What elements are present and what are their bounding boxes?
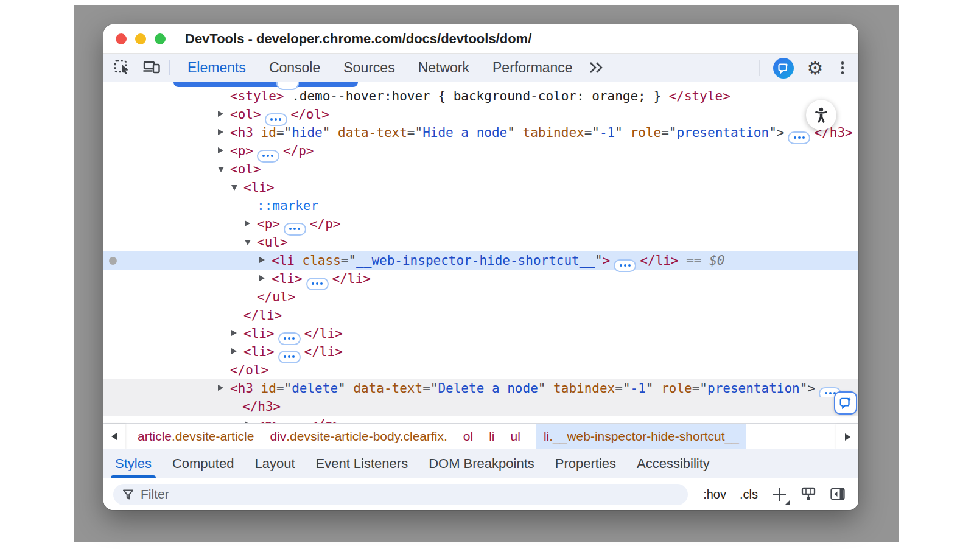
minimize-window-button[interactable]	[135, 33, 146, 44]
dom-tree-row[interactable]: <p></p>	[103, 215, 858, 233]
token-tag: </p>	[283, 144, 314, 158]
token-tag: </ul>	[257, 290, 295, 304]
expand-arrow-icon[interactable]	[231, 348, 237, 354]
zoom-window-button[interactable]	[155, 33, 166, 44]
gear-icon: ⚙	[807, 59, 824, 77]
dom-tree-row[interactable]: ::marker	[103, 197, 858, 215]
collapse-arrow-icon[interactable]	[218, 167, 224, 172]
token-tag: </li>	[304, 326, 343, 341]
breadcrumb-tag: article	[138, 429, 172, 444]
collapse-arrow-icon[interactable]	[245, 240, 251, 245]
token-punct: ">	[769, 125, 784, 140]
token-punct: ="	[584, 125, 600, 140]
accessibility-person-icon	[813, 107, 830, 124]
ai-assistant-button[interactable]	[773, 58, 794, 79]
dom-tree-row[interactable]: </ol>	[103, 361, 858, 379]
device-toolbar-button[interactable]	[141, 57, 162, 78]
styles-filter-bar: :hov .cls	[103, 478, 858, 510]
breadcrumb-item[interactable]: article.devsite-article	[138, 424, 254, 449]
toggle-element-state-button[interactable]: :hov	[703, 488, 726, 502]
styles-filter-input[interactable]	[141, 487, 652, 502]
toolbar-tab-sources[interactable]: Sources	[332, 54, 406, 82]
settings-button[interactable]: ⚙	[805, 58, 825, 79]
styles-tab-accessibility[interactable]: Accessibility	[626, 449, 720, 478]
token-punct: "	[646, 381, 654, 396]
dom-tree-row[interactable]: <h3 id="hide" data-text="Hide a node" ta…	[103, 124, 858, 142]
token-attr: tabindex	[545, 381, 615, 396]
breadcrumb-item[interactable]: li.__web-inspector-hide-shortcut__	[536, 424, 746, 449]
breadcrumb-scroll-left-button[interactable]	[103, 424, 125, 449]
expand-arrow-icon[interactable]	[218, 129, 223, 135]
token-tag: </style>	[669, 89, 730, 103]
dom-tree-row[interactable]: <li></li>	[103, 324, 858, 343]
breadcrumb-scroll-right-button[interactable]	[836, 424, 858, 449]
breadcrumb-item[interactable]: li	[489, 424, 494, 449]
toolbar-separator	[759, 60, 760, 76]
inspect-element-button[interactable]	[112, 57, 133, 78]
styles-tab-computed[interactable]: Computed	[162, 449, 245, 478]
new-style-rule-button[interactable]	[771, 486, 787, 502]
dom-tree-row[interactable]: <ol></ol>	[103, 105, 858, 124]
filter-input-wrap[interactable]	[113, 484, 688, 505]
dom-tree-row[interactable]: <li></li>	[103, 270, 858, 288]
styles-tab-layout[interactable]: Layout	[244, 449, 305, 478]
dom-tree-row[interactable]: <ol>	[103, 160, 858, 178]
styles-tab-styles[interactable]: Styles	[105, 449, 162, 478]
token-punct: "	[615, 125, 623, 140]
styles-tab-properties[interactable]: Properties	[545, 449, 626, 478]
chevron-double-right-icon	[588, 61, 604, 74]
titlebar: DevTools - developer.chrome.com/docs/dev…	[103, 24, 858, 54]
expand-arrow-icon[interactable]	[259, 275, 265, 281]
token-punct: ="	[276, 125, 292, 140]
expand-arrow-icon[interactable]	[259, 257, 265, 263]
breadcrumb-item[interactable]: div.devsite-article-body.clearfix.	[270, 424, 447, 449]
expand-arrow-icon[interactable]	[218, 111, 223, 117]
dom-tree-row[interactable]: </li>	[103, 306, 858, 324]
token-tag: >	[603, 253, 611, 268]
token-punct: ="	[692, 381, 707, 396]
more-options-button[interactable]	[836, 58, 849, 79]
token-val: -1	[600, 125, 615, 140]
collapse-arrow-icon[interactable]	[231, 185, 237, 191]
breadcrumb-item[interactable]: ul	[511, 424, 520, 449]
element-classes-button[interactable]: .cls	[740, 488, 758, 502]
token-attr: id	[253, 125, 276, 140]
styles-tab-dom-breakpoints[interactable]: DOM Breakpoints	[418, 449, 545, 478]
ai-hint-button[interactable]	[834, 391, 857, 415]
dom-tree-row[interactable]: <ul>	[103, 233, 858, 251]
token-dollar: $0	[709, 253, 724, 268]
dom-tree-row[interactable]: <p></p>	[103, 416, 858, 423]
toolbar-tab-network[interactable]: Network	[407, 54, 481, 82]
dom-tree-row[interactable]: <li class="__web-inspector-hide-shortcut…	[103, 251, 858, 270]
expand-arrow-icon[interactable]	[245, 220, 250, 226]
token-tag: <li>	[244, 180, 275, 195]
more-tabs-button[interactable]	[586, 57, 606, 78]
dom-tree-row[interactable]: <h3 id="delete" data-text="Delete a node…	[103, 379, 858, 397]
toolbar-tab-console[interactable]: Console	[258, 54, 332, 82]
accessibility-widget-button[interactable]	[806, 100, 836, 130]
rendering-emulations-button[interactable]	[801, 486, 816, 502]
toolbar-tab-elements[interactable]: Elements	[176, 54, 258, 82]
expand-arrow-icon[interactable]	[231, 330, 237, 336]
toggle-sidebar-button[interactable]	[830, 486, 846, 502]
dom-tree-row[interactable]: </h3>	[103, 397, 858, 416]
dom-tree-row[interactable]: </ul>	[103, 288, 858, 306]
styles-tab-event-listeners[interactable]: Event Listeners	[306, 449, 419, 478]
dom-tree-row[interactable]: <li></li>	[103, 343, 858, 361]
token-punct: "	[338, 381, 346, 396]
dom-tree-row[interactable]: <style> .demo--hover:hover { background-…	[103, 87, 858, 105]
breadcrumb-item[interactable]: ol	[463, 424, 473, 449]
dom-tree-row[interactable]: <li>	[103, 178, 858, 197]
breadcrumb-tag: div	[270, 429, 286, 444]
token-punct: ="	[422, 381, 438, 396]
breadcrumb-tag: li	[489, 429, 494, 444]
expand-arrow-icon[interactable]	[218, 147, 223, 153]
toolbar-tab-performance[interactable]: Performance	[481, 54, 584, 82]
close-window-button[interactable]	[116, 33, 127, 44]
expand-arrow-icon[interactable]	[218, 385, 223, 391]
dock-panel-icon	[830, 486, 846, 502]
plus-icon	[779, 488, 780, 501]
filter-funnel-icon	[122, 488, 135, 501]
token-punct: "	[507, 125, 515, 140]
dom-tree-row[interactable]: <p></p>	[103, 142, 858, 160]
